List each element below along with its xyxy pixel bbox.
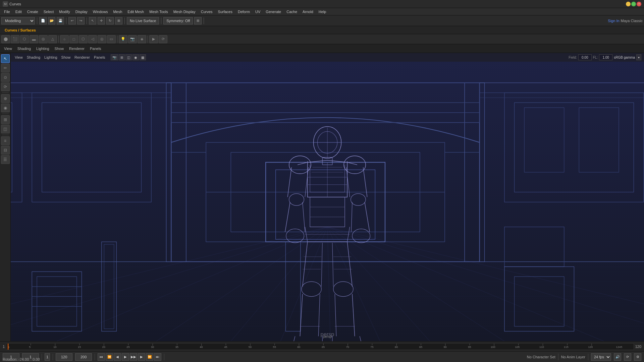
vp-field-input[interactable]: [578, 54, 592, 60]
save-btn[interactable]: 💾: [57, 17, 64, 24]
minimize-button[interactable]: —: [626, 2, 631, 6]
play-forward-btn[interactable]: ▶▶: [130, 353, 137, 361]
vp-smooth-btn[interactable]: ◉: [132, 54, 139, 60]
vp-top-menu-renderer[interactable]: Renderer: [68, 47, 86, 51]
vp-menu-renderer[interactable]: Renderer: [73, 55, 91, 59]
viewport[interactable]: View Shading Lighting Show Renderer Pane…: [11, 53, 644, 341]
scale-tool[interactable]: ⊞: [115, 17, 122, 24]
attribute-editor[interactable]: ⊟: [1, 146, 10, 155]
menu-item-arnold[interactable]: Arnold: [300, 8, 316, 15]
menu-item-deform[interactable]: Deform: [235, 8, 253, 15]
menu-item-cache[interactable]: Cache: [284, 8, 300, 15]
shelf-nurbs-cylinder[interactable]: ⬡: [79, 35, 88, 43]
menu-item-file[interactable]: File: [1, 8, 13, 15]
display-options[interactable]: ⊞: [1, 115, 10, 124]
rotate-tool[interactable]: ↻: [106, 17, 114, 24]
tab-curves-surfaces[interactable]: Curves / Surfaces: [1, 26, 39, 34]
shelf-plane[interactable]: ▬: [30, 35, 38, 43]
loop-btn[interactable]: ⟳: [624, 353, 631, 361]
shelf-sphere[interactable]: ⬤: [1, 35, 10, 43]
menu-item-help[interactable]: Help: [316, 8, 329, 15]
audio-btn[interactable]: 🔊: [614, 353, 621, 361]
step-back-btn[interactable]: ⏪: [106, 353, 113, 361]
vp-top-menu-lighting[interactable]: Lighting: [35, 47, 51, 51]
menu-item-create[interactable]: Create: [24, 8, 41, 15]
menu-item-mesh[interactable]: Mesh: [110, 8, 125, 15]
menu-item-windows[interactable]: Windows: [90, 8, 111, 15]
vp-camera-btn[interactable]: 📷: [111, 54, 118, 60]
shelf-torus[interactable]: ◎: [39, 35, 48, 43]
maximize-button[interactable]: □: [631, 2, 636, 6]
prev-frame-btn[interactable]: ◀: [114, 353, 121, 361]
sculpt-tool[interactable]: ⊙: [1, 73, 10, 82]
snap-grid-btn[interactable]: ⊞: [194, 17, 202, 24]
menu-item-select[interactable]: Select: [41, 8, 57, 15]
menu-item-display[interactable]: Display: [73, 8, 90, 15]
vp-wireframe-btn[interactable]: ◫: [125, 54, 132, 60]
paint-tool[interactable]: ✏: [1, 64, 10, 72]
vp-top-menu-view[interactable]: View: [3, 47, 13, 51]
menu-item-generate[interactable]: Generate: [263, 8, 284, 15]
visibility-toggle[interactable]: ◫: [1, 125, 10, 133]
outliner-btn[interactable]: ☰: [1, 155, 10, 164]
shelf-nurbs-cube[interactable]: □: [69, 35, 78, 43]
shelf-nurbs-plane[interactable]: ▭: [107, 35, 116, 43]
timeline-track[interactable]: 1 5 10 15 20 25 30 35 40 45 50 55 60 65 …: [6, 343, 634, 350]
shelf-camera[interactable]: 📷: [128, 35, 137, 43]
shelf-light[interactable]: 💡: [119, 35, 127, 43]
vp-color-profile-dropdown[interactable]: ▾: [636, 54, 641, 60]
step-forward-btn[interactable]: ⏩: [146, 353, 153, 361]
shelf-material[interactable]: ◈: [138, 35, 146, 43]
play-btn[interactable]: ▶: [122, 353, 129, 361]
menu-item-mesh-tools[interactable]: Mesh Tools: [147, 8, 170, 15]
move-tool[interactable]: ✛: [98, 17, 105, 24]
menu-item-curves[interactable]: Curves: [198, 8, 215, 15]
go-to-start-btn[interactable]: ⏮: [98, 353, 105, 361]
shelf-cylinder[interactable]: ⬡: [20, 35, 29, 43]
no-live-surface-btn[interactable]: No Live Surface: [127, 17, 159, 24]
menu-item-mesh-display[interactable]: Mesh Display: [171, 8, 198, 15]
shelf-cube[interactable]: ⬛: [11, 35, 19, 43]
soft-select[interactable]: ◉: [1, 104, 10, 112]
shelf-ipr[interactable]: ⟳: [159, 35, 167, 43]
vp-top-menu-shading[interactable]: Shading: [16, 47, 32, 51]
menu-item-uv[interactable]: UV: [253, 8, 263, 15]
close-button[interactable]: ✕: [637, 2, 641, 6]
snap-tool[interactable]: ⊕: [1, 94, 10, 103]
shelf-cone[interactable]: △: [48, 35, 57, 43]
vp-menu-show[interactable]: Show: [60, 55, 72, 59]
vp-menu-shading[interactable]: Shading: [25, 55, 42, 59]
range-end-input[interactable]: [56, 353, 72, 361]
lasso-tool[interactable]: ⟳: [1, 82, 10, 91]
fps-dropdown[interactable]: 24 fps: [591, 353, 611, 361]
select-tool-left[interactable]: ↖: [1, 54, 10, 63]
vp-texture-btn[interactable]: ▦: [140, 54, 146, 60]
shelf-nurbs-cone[interactable]: ◁: [88, 35, 97, 43]
vp-focal-input[interactable]: [599, 54, 612, 60]
menu-item-surfaces[interactable]: Surfaces: [215, 8, 235, 15]
channel-box[interactable]: ≡: [1, 136, 10, 145]
shelf-render[interactable]: ▶: [149, 35, 158, 43]
undo-btn[interactable]: ↩: [68, 17, 76, 24]
open-btn[interactable]: 📂: [48, 17, 55, 24]
symmetry-btn[interactable]: Symmetry: Off: [163, 17, 193, 24]
shelf-nurbs-torus[interactable]: ◎: [98, 35, 106, 43]
go-to-end-btn[interactable]: ⏭: [154, 353, 161, 361]
vp-menu-lighting[interactable]: Lighting: [43, 55, 59, 59]
select-tool[interactable]: ↖: [89, 17, 96, 24]
settings-btn[interactable]: ⚙: [634, 353, 641, 361]
menu-item-edit[interactable]: Edit: [13, 8, 24, 15]
shelf-nurbs-sphere[interactable]: ○: [60, 35, 69, 43]
vp-top-menu-panels[interactable]: Panels: [89, 47, 103, 51]
next-frame-btn[interactable]: ▶: [138, 353, 145, 361]
redo-btn[interactable]: ↪: [77, 17, 85, 24]
new-file-btn[interactable]: 📄: [39, 17, 47, 24]
vp-menu-view[interactable]: View: [13, 55, 24, 59]
scene-viewport-svg[interactable]: persp X Y Z M: [11, 53, 644, 341]
menu-item-edit-mesh[interactable]: Edit Mesh: [125, 8, 147, 15]
vp-grid-btn[interactable]: ⊞: [119, 54, 125, 60]
vp-menu-panels[interactable]: Panels: [93, 55, 107, 59]
mode-dropdown[interactable]: Modelling: [1, 17, 35, 24]
menu-item-modify[interactable]: Modify: [56, 8, 72, 15]
max-frame-input[interactable]: [75, 353, 92, 361]
